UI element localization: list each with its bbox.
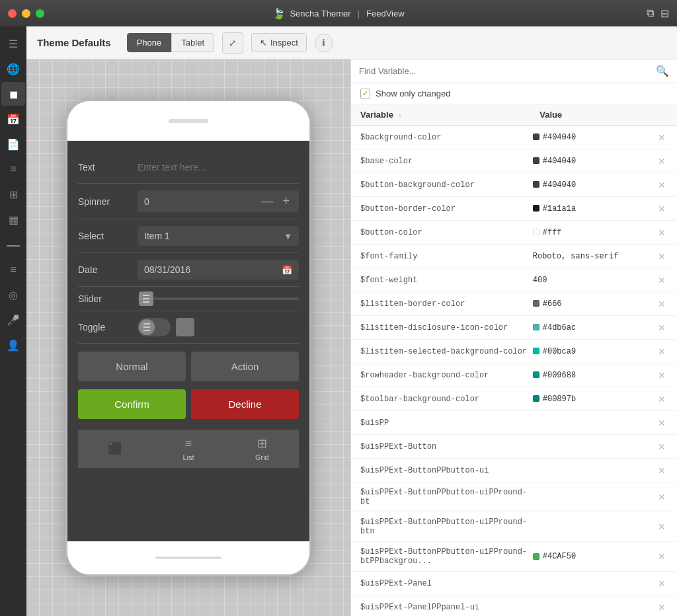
variable-value: #00bca9 bbox=[533, 347, 656, 356]
menu-icon: ☰ bbox=[9, 38, 18, 50]
clear-variable-button[interactable]: ✕ bbox=[656, 418, 668, 428]
clear-variable-button[interactable]: ✕ bbox=[656, 251, 668, 262]
variable-rows: $background-color#404040✕$base-color#404… bbox=[351, 126, 677, 616]
titlebar-actions: ⧉ ⊟ bbox=[647, 7, 669, 20]
search-icon[interactable]: 🔍 bbox=[656, 65, 669, 77]
minimize-button[interactable] bbox=[22, 9, 30, 18]
sidebar-item-calendar[interactable]: 📅 bbox=[1, 107, 25, 131]
variable-name: $listitem-selected-background-color bbox=[360, 347, 533, 356]
titlebar: 🍃 Sencha Themer | FeedView ⧉ ⊟ bbox=[0, 0, 677, 26]
clear-variable-button[interactable]: ✕ bbox=[656, 180, 668, 190]
show-changed-checkbox[interactable]: ✓ bbox=[360, 89, 370, 98]
resize-icon: ⤢ bbox=[229, 38, 237, 48]
toggle-knob-line bbox=[143, 330, 150, 331]
tablet-button[interactable]: Tablet bbox=[171, 33, 214, 52]
sidebar-item-radio[interactable]: ◎ bbox=[1, 283, 25, 307]
decline-button[interactable]: Decline bbox=[191, 389, 299, 419]
maximize-button[interactable] bbox=[36, 9, 44, 18]
date-label: Date bbox=[78, 264, 131, 275]
form-row-text: Text bbox=[78, 151, 299, 184]
form-row-slider: Slider bbox=[78, 287, 299, 311]
clear-variable-button[interactable]: ✕ bbox=[656, 465, 668, 476]
variable-search-input[interactable] bbox=[359, 66, 651, 76]
settings-icon[interactable]: ⊟ bbox=[660, 7, 669, 20]
clear-variable-button[interactable]: ✕ bbox=[656, 370, 668, 381]
sort-icon[interactable]: ↑ bbox=[399, 112, 402, 119]
clear-variable-button[interactable]: ✕ bbox=[656, 602, 668, 613]
phone-button[interactable]: Phone bbox=[127, 33, 172, 52]
resize-icon-button[interactable]: ⤢ bbox=[222, 32, 243, 54]
clear-variable-button[interactable]: ✕ bbox=[656, 442, 668, 452]
sidebar-item-theme[interactable]: ◼ bbox=[1, 82, 25, 106]
clear-variable-button[interactable]: ✕ bbox=[656, 346, 668, 357]
sidebar: ☰ 🌐 ◼ 📅 📄 ≡ ⊞ ▦ — ≡ ◎ 🎤 👤 bbox=[0, 26, 26, 616]
slider-label: Slider bbox=[78, 293, 131, 304]
close-button[interactable] bbox=[8, 9, 17, 18]
nav-icon: ≡ bbox=[10, 264, 16, 276]
phone-content: Text Spinner 0 — bbox=[67, 141, 309, 541]
inspect-button[interactable]: ↖ Inspect bbox=[251, 33, 307, 52]
info-button[interactable]: ℹ bbox=[315, 34, 333, 52]
color-swatch bbox=[533, 395, 539, 402]
variable-name: $uisPPExt-PanelPPpanel-ui bbox=[360, 603, 533, 612]
nav-item-thumbnail[interactable]: ⬛ bbox=[78, 442, 151, 456]
sidebar-item-nav[interactable]: ≡ bbox=[1, 258, 25, 282]
date-container[interactable]: 08/31/2016 📅 bbox=[138, 260, 299, 280]
nav-item-grid[interactable]: ⊞ Grid bbox=[225, 436, 299, 461]
slider-line bbox=[143, 301, 149, 303]
clear-variable-button[interactable]: ✕ bbox=[656, 132, 668, 143]
clear-variable-button[interactable]: ✕ bbox=[656, 394, 668, 404]
normal-button[interactable]: Normal bbox=[78, 352, 186, 381]
clear-variable-button[interactable]: ✕ bbox=[656, 521, 668, 532]
confirm-button[interactable]: Confirm bbox=[78, 389, 186, 419]
select-container[interactable]: Item 1 ▼ bbox=[138, 226, 299, 246]
toggle-track[interactable] bbox=[138, 318, 171, 336]
table-row: $font-weight400✕ bbox=[351, 268, 677, 292]
nav-item-list[interactable]: ≡ List bbox=[151, 437, 225, 461]
clear-variable-button[interactable]: ✕ bbox=[656, 275, 668, 286]
sidebar-item-list[interactable]: ≡ bbox=[1, 157, 25, 181]
clear-variable-button[interactable]: ✕ bbox=[656, 578, 668, 589]
content-area: Theme Defaults Phone Tablet ⤢ ↖ Inspect … bbox=[26, 26, 677, 616]
sidebar-item-globe[interactable]: 🌐 bbox=[1, 57, 25, 81]
slider-track[interactable] bbox=[138, 297, 299, 300]
sidebar-item-table[interactable]: ▦ bbox=[1, 208, 25, 231]
clear-variable-button[interactable]: ✕ bbox=[656, 551, 668, 562]
slider-thumb[interactable] bbox=[139, 291, 153, 306]
variable-value: #404040 bbox=[533, 180, 656, 190]
radio-icon: ◎ bbox=[9, 289, 18, 301]
select-field: Item 1 ▼ bbox=[138, 226, 299, 246]
clear-variable-button[interactable]: ✕ bbox=[656, 299, 668, 309]
sidebar-item-grid[interactable]: ⊞ bbox=[1, 182, 25, 206]
app-title: 🍃 Sencha Themer | FeedView bbox=[272, 7, 404, 20]
clear-variable-button[interactable]: ✕ bbox=[656, 492, 668, 502]
action-button[interactable]: Action bbox=[191, 352, 299, 381]
col-variable-label: Variable bbox=[360, 110, 393, 120]
layout-icon[interactable]: ⧉ bbox=[647, 7, 654, 20]
sidebar-item-menu[interactable]: ☰ bbox=[1, 32, 25, 56]
table-row: $background-color#404040✕ bbox=[351, 126, 677, 149]
clear-variable-button[interactable]: ✕ bbox=[656, 227, 668, 238]
sidebar-item-user[interactable]: 👤 bbox=[1, 333, 25, 357]
variable-value: #00897b bbox=[533, 395, 656, 404]
variable-value: #4CAF50 bbox=[533, 552, 656, 561]
clear-variable-button[interactable]: ✕ bbox=[656, 204, 668, 214]
slider-field bbox=[138, 295, 299, 303]
spinner-increase[interactable]: + bbox=[280, 194, 292, 208]
toggle-knob-line bbox=[143, 323, 150, 325]
window-controls bbox=[8, 9, 44, 18]
clear-variable-button[interactable]: ✕ bbox=[656, 156, 668, 167]
sidebar-item-document[interactable]: 📄 bbox=[1, 132, 25, 156]
clear-variable-button[interactable]: ✕ bbox=[656, 323, 668, 333]
sidebar-item-mic[interactable]: 🎤 bbox=[1, 308, 25, 332]
phone-speaker bbox=[169, 119, 208, 123]
globe-icon: 🌐 bbox=[7, 63, 20, 75]
spinner-field: 0 — + bbox=[138, 190, 299, 212]
form-row-spinner: Spinner 0 — + bbox=[78, 184, 299, 219]
sidebar-item-divider[interactable]: — bbox=[1, 233, 25, 256]
title-separator: | bbox=[358, 9, 360, 19]
col-value: Value bbox=[539, 110, 668, 120]
spinner-decrease[interactable]: — bbox=[259, 194, 276, 208]
table-row: $uisPPExt-Panel✕ bbox=[351, 572, 677, 596]
text-input[interactable] bbox=[138, 158, 299, 176]
